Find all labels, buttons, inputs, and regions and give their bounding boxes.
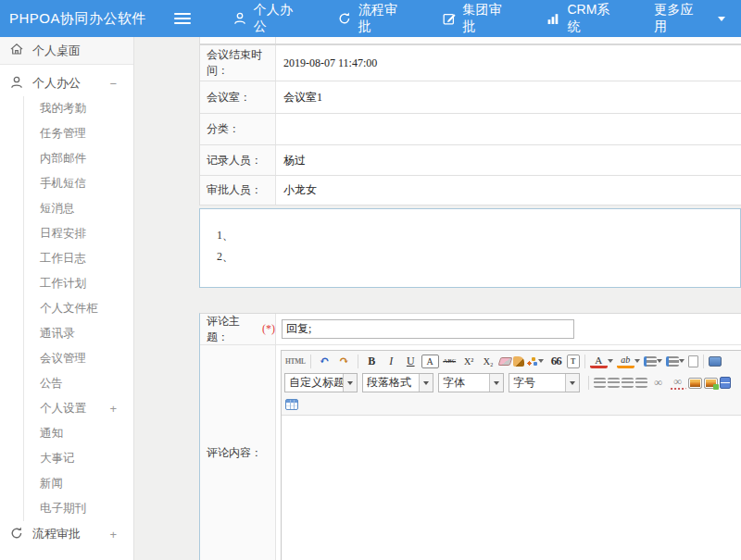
comment-content-label: 评论内容： xyxy=(207,445,262,461)
unlink-icon[interactable]: ∞ xyxy=(669,376,686,390)
bold-icon[interactable]: B xyxy=(363,353,381,369)
align-right-icon[interactable] xyxy=(622,378,634,388)
align-center-icon[interactable] xyxy=(608,378,620,388)
sidebar-item-process-approval[interactable]: 流程审批+ xyxy=(0,521,133,547)
sidebar-item-announcement[interactable]: 公告 xyxy=(24,371,133,396)
sidebar-item-mobile-sms[interactable]: 手机短信 xyxy=(24,171,133,196)
nav-item-more-apps[interactable]: 更多应用 xyxy=(638,0,741,37)
sidebar-item-internal-mail[interactable]: 内部邮件 xyxy=(24,146,133,171)
paragraph-format-select-value: 段落格式 xyxy=(363,375,419,391)
paragraph-format-select[interactable]: 段落格式 xyxy=(362,373,433,392)
color-wand-icon[interactable] xyxy=(526,355,538,367)
comment-subject-input[interactable] xyxy=(282,319,574,339)
process-icon xyxy=(9,526,24,543)
font-color-icon[interactable]: A xyxy=(590,355,608,368)
unordered-list-icon[interactable] xyxy=(666,356,679,367)
nav-item-crm-system[interactable]: CRM系统 xyxy=(530,0,638,37)
html-source-icon[interactable]: HTML xyxy=(285,353,306,369)
hamburger-menu-icon[interactable] xyxy=(174,13,191,25)
media-icon[interactable] xyxy=(720,377,731,389)
font-frame-icon[interactable]: A xyxy=(421,355,439,368)
font-color-dropdown-caret[interactable] xyxy=(608,359,613,363)
category-value xyxy=(276,114,741,144)
comment-content-row: 评论内容： HTML↶↷BIUAABCX²X₂66TAab 自定义标题段落格式字… xyxy=(200,345,741,560)
redo-icon[interactable]: ↷ xyxy=(335,353,353,369)
expand-icon[interactable]: + xyxy=(109,528,117,541)
nav-item-group-approval[interactable]: 集团审批 xyxy=(426,0,531,37)
link-icon[interactable]: ∞ xyxy=(649,375,667,392)
strikethrough-icon[interactable]: ABC xyxy=(441,353,458,369)
form-row-meeting-end-time: 会议结束时间：2019-08-07 11:47:00 xyxy=(200,45,741,81)
align-left-icon[interactable] xyxy=(594,378,606,388)
form-row-meeting-room: 会议室：会议室1 xyxy=(200,81,741,114)
app-logo[interactable]: PHPOA协同办公软件 xyxy=(0,10,174,28)
nav-item-label: 流程审批 xyxy=(358,2,410,35)
sidebar-item-personal-desktop[interactable]: 个人桌面 xyxy=(0,37,133,65)
new-page-icon[interactable] xyxy=(688,355,698,367)
ordered-list-dropdown-caret[interactable] xyxy=(657,359,662,363)
main-content: 会议结束时间：2019-08-07 11:47:00会议室：会议室1分类：记录人… xyxy=(134,37,741,560)
chevron-down-icon[interactable] xyxy=(489,374,503,392)
italic-icon[interactable]: I xyxy=(383,353,400,369)
table-insert-icon[interactable] xyxy=(285,399,298,410)
meeting-room-label: 会议室： xyxy=(200,81,276,113)
paste-text-icon[interactable]: T xyxy=(567,355,580,368)
table-row-partial xyxy=(200,37,741,45)
heading-select[interactable]: 自定义标题 xyxy=(284,373,358,392)
chevron-down-icon[interactable] xyxy=(419,374,433,392)
approver-value: 小龙女 xyxy=(276,176,741,205)
sidebar-item-label: 流程审批 xyxy=(32,526,81,542)
font-size-select[interactable]: 字号 xyxy=(509,373,580,392)
sidebar-item-schedule[interactable]: 日程安排 xyxy=(24,221,133,246)
font-family-select[interactable]: 字体 xyxy=(438,373,504,392)
form-row-approver: 审批人员：小龙女 xyxy=(200,176,741,205)
undo-icon[interactable]: ↶ xyxy=(316,353,333,369)
nav-item-process-approval[interactable]: 流程审批 xyxy=(321,0,426,37)
sidebar-item-my-attendance[interactable]: 我的考勤 xyxy=(24,96,133,121)
eraser-icon[interactable] xyxy=(497,357,512,366)
color-wand-dropdown-caret[interactable] xyxy=(538,359,544,363)
sidebar-item-label: 手机短信 xyxy=(40,176,86,192)
image-icon[interactable] xyxy=(688,378,702,389)
sidebar-item-task-management[interactable]: 任务管理 xyxy=(24,121,133,146)
justify-icon[interactable] xyxy=(635,378,647,388)
sidebar-item-personal-settings[interactable]: 个人设置+ xyxy=(24,396,133,421)
expand-icon[interactable]: + xyxy=(109,402,117,416)
nav-item-label: CRM系统 xyxy=(567,2,622,35)
top-nav: 个人办公流程审批集团审批CRM系统更多应用 xyxy=(217,0,741,37)
highlight-icon[interactable]: ab xyxy=(617,355,634,368)
sidebar-item-short-message[interactable]: 短消息 xyxy=(24,196,133,221)
sidebar-item-contacts[interactable]: 通讯录 xyxy=(24,321,133,346)
fullscreen-icon[interactable] xyxy=(709,356,722,367)
chevron-down-icon[interactable] xyxy=(565,374,579,392)
flash-image-icon[interactable] xyxy=(704,378,718,389)
toolbar-separator xyxy=(703,355,704,368)
sidebar-item-personal-office[interactable]: 个人办公− xyxy=(0,70,133,96)
blockquote-icon[interactable]: 66 xyxy=(547,353,565,369)
sidebar-item-label: 个人办公 xyxy=(32,75,81,92)
editor-body[interactable] xyxy=(282,415,741,560)
highlight-dropdown-caret[interactable] xyxy=(634,359,640,363)
toolbar-separator xyxy=(584,355,585,368)
unordered-list-dropdown-caret[interactable] xyxy=(679,359,684,363)
sidebar-item-memorabilia[interactable]: 大事记 xyxy=(24,446,133,471)
nav-item-personal-office[interactable]: 个人办公 xyxy=(217,0,321,37)
ordered-list-icon[interactable] xyxy=(644,356,657,367)
sidebar-item-label: 内部邮件 xyxy=(40,151,86,167)
sidebar-item-work-plan[interactable]: 工作计划 xyxy=(24,271,133,296)
sidebar-item-work-log[interactable]: 工作日志 xyxy=(24,246,133,271)
superscript-icon[interactable]: X² xyxy=(460,353,478,369)
collapse-icon[interactable]: − xyxy=(109,77,117,91)
underline-icon[interactable]: U xyxy=(402,353,420,369)
toolbar-separator xyxy=(310,355,311,368)
subscript-icon[interactable]: X₂ xyxy=(480,353,497,369)
sidebar-item-news[interactable]: 新闻 xyxy=(24,471,133,496)
sidebar-item-meeting-management[interactable]: 会议管理 xyxy=(24,346,133,371)
sidebar-item-notice[interactable]: 通知 xyxy=(24,421,133,446)
form-row-category: 分类： xyxy=(200,114,741,145)
required-mark: (*) xyxy=(262,322,275,336)
sidebar-item-personal-file-cabinet[interactable]: 个人文件柜 xyxy=(24,296,133,321)
sidebar-item-e-journal[interactable]: 电子期刊 xyxy=(24,496,133,521)
format-brush-icon[interactable] xyxy=(513,356,524,367)
chevron-down-icon[interactable] xyxy=(343,374,357,392)
